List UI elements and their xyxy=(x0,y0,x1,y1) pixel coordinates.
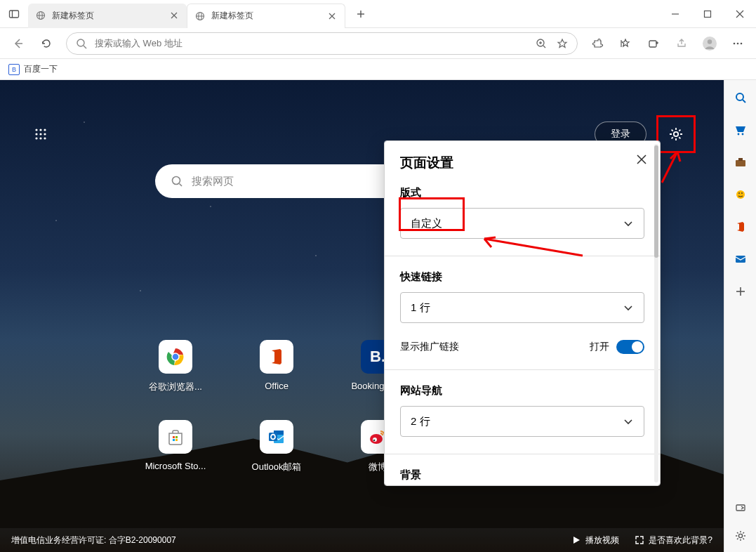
layout-section-label: 版式 xyxy=(400,186,644,199)
svg-rect-70 xyxy=(738,158,743,161)
close-window-button[interactable] xyxy=(724,3,756,25)
omnibox-input[interactable] xyxy=(95,38,528,48)
sidebar-outlook-icon[interactable] xyxy=(733,251,748,267)
sidebar-games-icon[interactable] xyxy=(733,187,748,202)
sidebar-tools-icon[interactable] xyxy=(733,155,748,170)
tile-msstore[interactable]: Microsoft Sto... xyxy=(126,420,225,497)
tile-office[interactable]: Office xyxy=(227,340,326,417)
grid-icon xyxy=(34,127,48,141)
tab-actions-button[interactable] xyxy=(0,0,28,28)
share-button[interactable] xyxy=(669,31,694,56)
more-icon xyxy=(731,37,744,50)
tab-2[interactable]: 新建标签页 xyxy=(187,4,345,28)
globe-icon xyxy=(194,11,206,22)
back-icon xyxy=(12,37,25,50)
divider xyxy=(385,454,660,454)
promo-links-toggle[interactable] xyxy=(616,340,644,354)
layout-select[interactable]: 自定义 xyxy=(400,208,644,239)
svg-line-66 xyxy=(743,100,745,103)
app-launcher-button[interactable] xyxy=(28,121,53,147)
globe-icon xyxy=(35,10,46,21)
outlook-icon xyxy=(260,420,293,454)
tile-label: 谷歌浏览器... xyxy=(149,381,202,393)
play-video-button[interactable]: 播放视频 xyxy=(571,534,619,546)
favorites-button[interactable] xyxy=(613,31,638,56)
chevron-down-icon xyxy=(623,302,634,313)
tile-label: Microsoft Sto... xyxy=(145,461,206,471)
svg-line-20 xyxy=(84,46,86,48)
tab-close-button[interactable] xyxy=(326,11,338,22)
back-button[interactable] xyxy=(6,31,31,56)
tab-close-button[interactable] xyxy=(168,10,180,21)
svg-point-30 xyxy=(708,39,712,44)
ntp-search-placeholder: 搜索网页 xyxy=(192,175,234,188)
popup-scrollbar-thumb[interactable] xyxy=(654,145,658,258)
svg-point-72 xyxy=(738,192,740,194)
quick-links-grid: 谷歌浏览器... Office B. Booking.com Microsoft… xyxy=(126,340,427,497)
svg-rect-74 xyxy=(736,256,745,263)
play-icon xyxy=(571,535,581,545)
address-bar[interactable] xyxy=(66,32,578,55)
menu-button[interactable] xyxy=(725,31,750,56)
promo-links-label: 显示推广链接 xyxy=(400,341,459,353)
sidebar-add-button[interactable] xyxy=(733,284,748,299)
maximize-button[interactable] xyxy=(691,3,724,25)
tile-chrome[interactable]: 谷歌浏览器... xyxy=(126,340,225,417)
chevron-down-icon xyxy=(623,218,634,229)
svg-point-40 xyxy=(35,137,37,139)
quicklinks-select[interactable]: 1 行 xyxy=(400,292,644,323)
svg-line-45 xyxy=(179,184,182,187)
svg-rect-51 xyxy=(175,436,178,438)
sidebar-office-icon[interactable] xyxy=(733,219,748,235)
chrome-icon xyxy=(159,340,192,374)
new-tab-button[interactable] xyxy=(350,3,372,25)
sidebar-search-icon[interactable] xyxy=(733,90,748,105)
toolbar xyxy=(0,28,756,59)
background-feedback-button[interactable]: 是否喜欢此背景? xyxy=(635,534,712,546)
collections-button[interactable] xyxy=(641,31,666,56)
svg-rect-69 xyxy=(736,160,745,166)
tab-1[interactable]: 新建标签页 xyxy=(28,4,187,28)
bookmark-baidu[interactable]: 百度一下 xyxy=(24,63,58,75)
svg-line-24 xyxy=(543,46,545,48)
divider xyxy=(385,369,660,370)
refresh-button[interactable] xyxy=(34,31,59,56)
content-area: 登录 搜索网页 谷歌浏览器... Office B. Booking.com xyxy=(0,80,724,552)
expand-icon xyxy=(635,535,644,545)
share-icon xyxy=(675,37,688,50)
sidebar-settings-button[interactable] xyxy=(733,528,748,544)
quicklinks-section-label: 快速链接 xyxy=(400,270,644,284)
popup-close-button[interactable] xyxy=(633,151,650,168)
minimize-button[interactable] xyxy=(659,3,691,25)
zoom-icon[interactable] xyxy=(533,36,549,51)
sidebar-shopping-icon[interactable] xyxy=(733,122,748,138)
svg-point-39 xyxy=(44,133,46,135)
promo-links-state: 打开 xyxy=(590,341,609,353)
svg-point-35 xyxy=(39,129,41,131)
svg-point-43 xyxy=(674,132,678,136)
nav-select[interactable]: 2 行 xyxy=(400,406,644,437)
tab-strip: 新建标签页 新建标签页 xyxy=(28,0,659,28)
tab-label: 新建标签页 xyxy=(211,10,321,22)
footer-license: 增值电信业务经营许可证: 合字B2-20090007 xyxy=(11,534,176,546)
maximize-icon xyxy=(703,10,712,18)
extension-icon xyxy=(591,37,604,50)
svg-rect-15 xyxy=(705,11,711,17)
popup-title: 页面设置 xyxy=(400,154,644,172)
popup-scrollbar[interactable] xyxy=(654,144,658,482)
extensions-button[interactable] xyxy=(585,31,610,56)
page-settings-button[interactable] xyxy=(656,115,696,153)
profile-button[interactable] xyxy=(697,31,722,56)
sidebar-hide-button[interactable] xyxy=(733,500,748,515)
close-icon xyxy=(736,10,744,18)
tile-outlook[interactable]: Outlook邮箱 xyxy=(227,420,326,497)
title-bar: 新建标签页 新建标签页 xyxy=(0,0,756,28)
bookmark-bar: B 百度一下 xyxy=(0,59,756,80)
svg-point-71 xyxy=(736,190,745,199)
star-list-icon xyxy=(619,37,632,50)
svg-point-32 xyxy=(737,42,739,44)
svg-point-41 xyxy=(39,137,41,139)
favorite-add-icon[interactable] xyxy=(555,36,570,51)
play-video-label: 播放视频 xyxy=(585,534,619,546)
nav-select-value: 2 行 xyxy=(411,415,430,428)
